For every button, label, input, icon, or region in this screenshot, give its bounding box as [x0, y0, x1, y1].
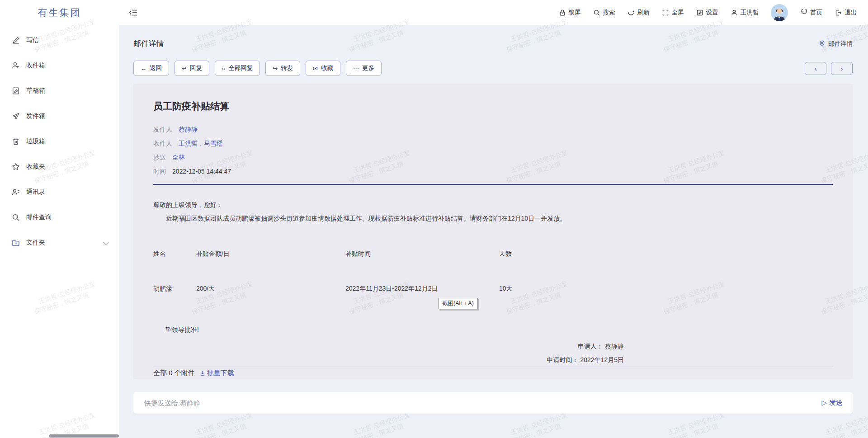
mail-pager: ‹ ›: [805, 62, 853, 75]
chevron-right-icon: ›: [841, 65, 843, 72]
sidebar: 有生集团 写信 收件箱 草稿箱: [0, 0, 119, 438]
favorite-mail-icon: ✉: [313, 66, 318, 71]
topbar: 锁屏 搜索 刷新 全屏 设置 王洪哲: [119, 0, 868, 25]
cc-link[interactable]: 全林: [172, 151, 185, 165]
attachments-bar: 全部 0 个附件 批量下载: [153, 367, 833, 379]
sidebar-item-favorites[interactable]: 收藏夹: [0, 154, 119, 179]
star-icon: [12, 163, 20, 171]
breadcrumb: 邮件详情: [819, 40, 853, 48]
mail-body: 尊敬的上级领导，您好： 近期福田区数据团队成员胡鹏濠被抽调沙头街道参加疫情数据处…: [153, 188, 833, 367]
send-icon: ▷: [821, 399, 827, 407]
brand-logo: 有生集团: [0, 0, 119, 25]
sidebar-item-label: 邮件查询: [26, 213, 52, 221]
apply-time-line: 申请时间： 2022年12月5日: [153, 353, 624, 367]
logout-icon: [835, 9, 842, 16]
sender-link[interactable]: 蔡静静: [179, 122, 198, 137]
page-title: 邮件详情: [133, 38, 164, 49]
scrollbar-thumb[interactable]: [49, 434, 119, 438]
closing-text: 望领导批准!: [165, 325, 833, 334]
sidebar-item-trash[interactable]: 垃圾箱: [0, 129, 119, 154]
mail-time: 2022-12-05 14:44:47: [172, 165, 231, 179]
greeting-text: 尊敬的上级领导，您好：: [153, 200, 833, 209]
forward-icon: ↪: [273, 66, 278, 71]
next-mail-button[interactable]: ›: [831, 62, 853, 75]
subsidy-table-row: 胡鹏濠 200/天 2022年11月23日-2022年12月2日 10天: [153, 284, 833, 293]
refresh-button[interactable]: 刷新: [627, 9, 650, 17]
sidebar-item-compose[interactable]: 写信: [0, 28, 119, 53]
prev-mail-button[interactable]: ‹: [805, 62, 826, 75]
applicant-line: 申请人： 蔡静静: [153, 339, 624, 353]
reply-all-icon: «: [222, 66, 225, 71]
sidebar-item-inbox[interactable]: 收件箱: [0, 53, 119, 78]
mail-search-icon: [12, 213, 20, 221]
favorite-button[interactable]: ✉收藏: [306, 61, 340, 76]
forward-button[interactable]: ↪转发: [265, 61, 300, 76]
back-arrow-icon: ←: [141, 66, 146, 71]
location-pin-icon: [819, 40, 826, 47]
settings-icon: [696, 9, 703, 16]
sidebar-item-label: 收藏夹: [26, 163, 45, 171]
fullscreen-button[interactable]: 全屏: [662, 9, 684, 17]
body-paragraph: 近期福田区数据团队成员胡鹏濠被抽调沙头街道参加疫情数据处理工作。现根据防疫补贴标…: [153, 214, 833, 223]
compose-icon: [12, 36, 20, 44]
drafts-icon: [12, 87, 20, 95]
content-header: 邮件详情 邮件详情: [133, 38, 853, 49]
mail-from-row: 发件人 蔡静静: [153, 122, 833, 137]
mail-meta: 发件人 蔡静静 收件人 王洪哲，马雪瑶 抄送 全林 时间 2022-12-05 …: [153, 122, 833, 179]
mail-to-row: 收件人 王洪哲，马雪瑶: [153, 137, 833, 151]
reply-icon: ↩: [182, 66, 187, 71]
mail-cc-row: 抄送 全林: [153, 151, 833, 165]
recipients-link[interactable]: 王洪哲，马雪瑶: [179, 137, 223, 151]
download-icon: [199, 370, 206, 377]
home-button[interactable]: 首页: [800, 9, 822, 17]
screenshot-tooltip: 截图(Alt + A): [438, 298, 478, 309]
inbox-icon: [12, 61, 20, 70]
attachments-summary: 全部 0 个附件: [153, 369, 195, 377]
reply-button[interactable]: ↩回复: [175, 61, 209, 76]
send-button[interactable]: ▷ 发送: [821, 399, 843, 407]
lock-icon: [559, 9, 566, 16]
sidebar-item-label: 通讯录: [26, 188, 45, 196]
folder-icon: [12, 239, 20, 247]
user-avatar[interactable]: [771, 4, 788, 21]
sidebar-item-sent[interactable]: 发件箱: [0, 104, 119, 129]
search-icon: [593, 9, 600, 16]
user-menu[interactable]: 王洪哲: [731, 9, 759, 17]
header-separator: [153, 184, 833, 185]
batch-download-link[interactable]: 批量下载: [199, 369, 234, 377]
more-button[interactable]: ⋯更多: [346, 61, 382, 76]
lock-screen-button[interactable]: 锁屏: [559, 9, 581, 17]
fullscreen-icon: [662, 9, 669, 16]
sidebar-item-mail-search[interactable]: 邮件查询: [0, 205, 119, 230]
sidebar-item-contacts[interactable]: 通讯录: [0, 179, 119, 205]
logout-button[interactable]: 退出: [835, 9, 857, 17]
sidebar-item-label: 文件夹: [26, 239, 45, 247]
main-content: 邮件详情 邮件详情 ←返回 ↩回复 «全部回复 ↪转发 ✉收藏 ⋯更多 ‹ › …: [119, 25, 868, 438]
quick-send-bar: ▷ 发送: [133, 392, 853, 414]
mail-toolbar: ←返回 ↩回复 «全部回复 ↪转发 ✉收藏 ⋯更多 ‹ ›: [133, 61, 853, 76]
mail-detail-card: 员工防疫补贴结算 发件人 蔡静静 收件人 王洪哲，马雪瑶 抄送 全林 时间 20…: [133, 84, 853, 379]
sidebar-item-label: 收件箱: [26, 61, 45, 70]
sidebar-item-folders[interactable]: 文件夹: [0, 230, 119, 255]
signature-block: 申请人： 蔡静静 申请时间： 2022年12月5日: [153, 339, 833, 367]
sidebar-item-label: 草稿箱: [26, 87, 45, 95]
reply-all-button[interactable]: «全部回复: [215, 61, 260, 76]
more-icon: ⋯: [353, 66, 359, 71]
sent-icon: [12, 112, 20, 120]
mail-subject: 员工防疫补贴结算: [153, 100, 833, 113]
sidebar-item-label: 发件箱: [26, 112, 45, 120]
person-icon: [731, 9, 738, 16]
chevron-left-icon: ‹: [815, 65, 817, 72]
sidebar-item-drafts[interactable]: 草稿箱: [0, 78, 119, 104]
home-icon: [800, 9, 807, 16]
quick-send-input[interactable]: [143, 399, 821, 407]
sidebar-nav: 写信 收件箱 草稿箱 发件箱: [0, 25, 119, 255]
search-button[interactable]: 搜索: [593, 9, 615, 17]
mail-time-row: 时间 2022-12-05 14:44:47: [153, 165, 833, 179]
back-button[interactable]: ←返回: [133, 61, 169, 76]
trash-icon: [12, 137, 20, 146]
chevron-down-icon[interactable]: [103, 239, 107, 247]
settings-button[interactable]: 设置: [696, 9, 718, 17]
refresh-icon: [627, 9, 635, 16]
collapse-sidebar-button[interactable]: [129, 9, 138, 17]
